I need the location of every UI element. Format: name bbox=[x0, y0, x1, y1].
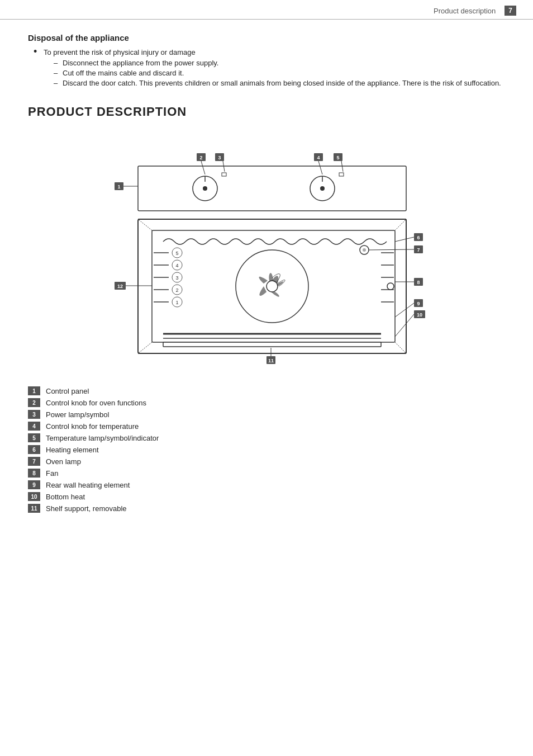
svg-text:10: 10 bbox=[417, 312, 422, 318]
legend-item-2: 2 Control knob for oven functions bbox=[28, 398, 505, 407]
page-header: Product description 7 bbox=[0, 0, 533, 20]
diagram-container: 1 2 3 4 5 bbox=[28, 133, 505, 373]
product-description-title: PRODUCT DESCRIPTION bbox=[28, 105, 505, 119]
disposal-section: Disposal of the appliance • To prevent t… bbox=[28, 33, 505, 89]
disposal-title: Disposal of the appliance bbox=[28, 33, 505, 42]
svg-rect-8 bbox=[339, 173, 344, 176]
legend-num-9: 9 bbox=[28, 480, 40, 489]
legend-label-5: Temperature lamp/symbol/indicator bbox=[46, 434, 159, 442]
legend-num-1: 1 bbox=[28, 386, 40, 395]
svg-text:2: 2 bbox=[175, 287, 178, 293]
legend-num-7: 7 bbox=[28, 457, 40, 466]
svg-point-25 bbox=[363, 248, 366, 252]
svg-rect-4 bbox=[222, 173, 226, 176]
svg-text:6: 6 bbox=[417, 235, 420, 240]
legend-item-8: 8 Fan bbox=[28, 469, 505, 478]
legend-label-7: Oven lamp bbox=[46, 457, 81, 466]
svg-point-2 bbox=[203, 186, 207, 191]
svg-text:4: 4 bbox=[175, 263, 178, 268]
legend-item-5: 5 Temperature lamp/symbol/indicator bbox=[28, 433, 505, 442]
sub-item-3: Discard the door catch. This prevents ch… bbox=[54, 79, 501, 87]
svg-text:3: 3 bbox=[175, 275, 178, 281]
legend-item-9: 9 Rear wall heating element bbox=[28, 480, 505, 489]
legend-num-8: 8 bbox=[28, 469, 40, 478]
sub-item-1: Disconnect the appliance from the power … bbox=[54, 59, 501, 67]
svg-text:1: 1 bbox=[175, 300, 178, 305]
legend-item-3: 3 Power lamp/symbol bbox=[28, 410, 505, 419]
legend-item-6: 6 Heating element bbox=[28, 445, 505, 454]
legend-num-4: 4 bbox=[28, 422, 40, 431]
header-title: Product description bbox=[434, 7, 496, 15]
svg-text:11: 11 bbox=[268, 358, 274, 363]
svg-text:4: 4 bbox=[317, 155, 320, 160]
disposal-sub-list: Disconnect the appliance from the power … bbox=[44, 59, 501, 87]
legend-num-11: 11 bbox=[28, 504, 40, 513]
oven-diagram: 1 2 3 4 5 bbox=[71, 133, 462, 373]
svg-text:2: 2 bbox=[199, 155, 202, 160]
svg-text:12: 12 bbox=[117, 284, 123, 289]
legend-num-6: 6 bbox=[28, 445, 40, 454]
svg-text:9: 9 bbox=[417, 301, 420, 306]
disposal-list: • To prevent the risk of physical injury… bbox=[28, 48, 505, 89]
legend-num-5: 5 bbox=[28, 433, 40, 442]
legend-label-11: Shelf support, removable bbox=[46, 504, 127, 513]
svg-point-6 bbox=[320, 186, 325, 191]
legend-num-10: 10 bbox=[28, 492, 40, 501]
legend-label-3: Power lamp/symbol bbox=[46, 410, 109, 419]
svg-rect-0 bbox=[138, 166, 406, 211]
legend-label-2: Control knob for oven functions bbox=[46, 399, 146, 407]
svg-text:1: 1 bbox=[117, 184, 120, 190]
svg-point-29 bbox=[387, 283, 394, 290]
svg-text:5: 5 bbox=[336, 155, 339, 160]
legend-label-8: Fan bbox=[46, 469, 58, 478]
legend-label-9: Rear wall heating element bbox=[46, 481, 130, 489]
disposal-bullet-text: To prevent the risk of physical injury o… bbox=[44, 48, 196, 56]
main-content: Disposal of the appliance • To prevent t… bbox=[0, 20, 533, 529]
legend-label-6: Heating element bbox=[46, 446, 99, 454]
sub-item-2: Cut off the mains cable and discard it. bbox=[54, 69, 501, 77]
legend-item-7: 7 Oven lamp bbox=[28, 457, 505, 466]
diagram-wrapper: 1 2 3 4 5 bbox=[28, 133, 505, 373]
legend-label-10: Bottom heat bbox=[46, 493, 85, 501]
svg-text:8: 8 bbox=[417, 280, 420, 285]
legend-label-1: Control panel bbox=[46, 387, 89, 395]
svg-text:5: 5 bbox=[175, 251, 178, 256]
legend-item-10: 10 Bottom heat bbox=[28, 492, 505, 501]
disposal-bullet-item: • To prevent the risk of physical injury… bbox=[34, 48, 505, 89]
legend-item-1: 1 Control panel bbox=[28, 386, 505, 395]
svg-rect-28 bbox=[163, 342, 381, 347]
bullet-dot: • bbox=[34, 46, 40, 56]
legend-label-4: Control knob for temperature bbox=[46, 422, 139, 431]
legend-item-11: 11 Shelf support, removable bbox=[28, 504, 505, 513]
legend-list: 1 Control panel 2 Control knob for oven … bbox=[28, 386, 505, 513]
legend-item-4: 4 Control knob for temperature bbox=[28, 422, 505, 431]
legend-num-3: 3 bbox=[28, 410, 40, 419]
product-description-section: PRODUCT DESCRIPTION bbox=[28, 105, 505, 513]
svg-text:3: 3 bbox=[218, 155, 221, 160]
legend-num-2: 2 bbox=[28, 398, 40, 407]
svg-text:7: 7 bbox=[417, 247, 420, 253]
page-number: 7 bbox=[505, 6, 516, 16]
